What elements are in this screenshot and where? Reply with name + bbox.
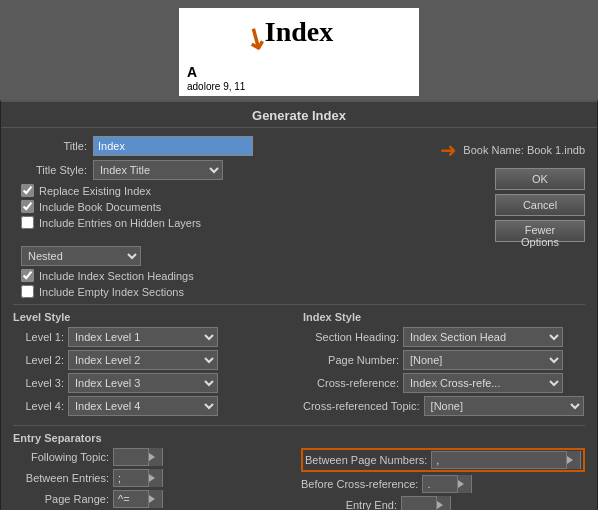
include-section-headings-checkbox[interactable] [21, 269, 34, 282]
dialog-title: Generate Index [1, 102, 597, 128]
cross-reference-select[interactable]: Index Cross-refe... [403, 373, 563, 393]
following-topic-arrow[interactable] [148, 448, 162, 466]
following-topic-label: Following Topic: [13, 451, 113, 463]
cross-referenced-topic-label: Cross-referenced Topic: [303, 400, 424, 412]
include-section-headings-row: Include Index Section Headings [13, 269, 585, 282]
page-range-arrow[interactable] [148, 490, 162, 508]
page-range-label: Page Range: [13, 493, 113, 505]
title-style-select[interactable]: Index Title Heading 1 Heading 2 [93, 160, 223, 180]
include-book-label: Include Book Documents [39, 201, 161, 213]
level3-row: Level 3: Index Level 3 [13, 373, 295, 393]
section-heading-row: Section Heading: Index Section Head [303, 327, 585, 347]
sep-two-col: Following Topic: Between Entries: ; [13, 448, 585, 510]
cross-reference-label: Cross-reference: [303, 377, 403, 389]
title-style-row: Title Style: Index Title Heading 1 Headi… [13, 160, 440, 180]
dialog-main: Title: Title Style: Index Title Heading … [13, 136, 585, 246]
replace-existing-label: Replace Existing Index [39, 185, 151, 197]
index-style-section: Index Style Section Heading: Index Secti… [303, 311, 585, 419]
before-cross-reference-label: Before Cross-reference: [301, 478, 422, 490]
book-name-label: Book Name: Book 1.indb [463, 144, 585, 156]
between-page-numbers-row: Between Page Numbers: , [301, 448, 585, 472]
nested-select[interactable]: Nested Run-in [21, 246, 141, 266]
page-range-row: Page Range: ^= [13, 490, 297, 508]
include-empty-sections-checkbox[interactable] [21, 285, 34, 298]
between-page-numbers-arrow[interactable] [566, 451, 580, 469]
doc-title: Index [195, 16, 403, 48]
page-range-input[interactable]: ^= [113, 490, 163, 508]
cross-reference-row: Cross-reference: Index Cross-refe... [303, 373, 585, 393]
ok-button[interactable]: OK [495, 168, 585, 190]
entry-end-row: Entry End: [301, 496, 585, 510]
before-cross-reference-input[interactable]: . [422, 475, 472, 493]
page-letter: A [187, 64, 197, 80]
entry-separators-section: Entry Separators Following Topic: Betwee… [13, 432, 585, 510]
title-row: Title: [13, 136, 440, 156]
include-hidden-label: Include Entries on Hidden Layers [39, 217, 201, 229]
level3-select[interactable]: Index Level 3 [68, 373, 218, 393]
before-cross-reference-value: . [423, 478, 457, 490]
title-label: Title: [13, 140, 93, 152]
page-number-select[interactable]: [None] [403, 350, 563, 370]
doc-page: ↘ Index A adolore 9, 11 [179, 8, 419, 96]
level2-select[interactable]: Index Level 2 [68, 350, 218, 370]
include-book-checkbox[interactable] [21, 200, 34, 213]
following-topic-input[interactable] [113, 448, 163, 466]
include-empty-sections-row: Include Empty Index Sections [13, 285, 585, 298]
level-style-title: Level Style [13, 311, 295, 323]
level1-row: Level 1: Index Level 1 [13, 327, 295, 347]
level2-label: Level 2: [13, 354, 68, 366]
level3-label: Level 3: [13, 377, 68, 389]
book-name-arrow-row: ➜ Book Name: Book 1.indb [440, 138, 585, 162]
section-heading-label: Section Heading: [303, 331, 403, 343]
between-page-numbers-label: Between Page Numbers: [305, 454, 431, 466]
level4-select[interactable]: Index Level 4 [68, 396, 218, 416]
entry-end-arrow[interactable] [436, 496, 450, 510]
section-heading-select[interactable]: Index Section Head [403, 327, 563, 347]
entry-end-input[interactable] [401, 496, 451, 510]
include-book-row: Include Book Documents [13, 200, 440, 213]
dialog-right: ➜ Book Name: Book 1.indb OK Cancel Fewer… [440, 136, 585, 246]
title-style-label: Title Style: [13, 164, 93, 176]
arrow-right-icon: ➜ [440, 138, 457, 162]
sep-right-col: Between Page Numbers: , Before Cross-ref… [301, 448, 585, 510]
between-entries-value: ; [114, 472, 148, 484]
level-style-section: Level Style Level 1: Index Level 1 Level… [13, 311, 295, 419]
before-cross-reference-row: Before Cross-reference: . [301, 475, 585, 493]
nested-row: Nested Run-in [13, 246, 585, 266]
generate-index-dialog: Generate Index Title: Title Style: Index… [0, 100, 598, 510]
sep-left-col: Following Topic: Between Entries: ; [13, 448, 297, 510]
document-preview: ↘ Index A adolore 9, 11 [0, 0, 598, 100]
between-page-numbers-input[interactable]: , [431, 451, 581, 469]
replace-existing-checkbox[interactable] [21, 184, 34, 197]
entry-end-label: Entry End: [301, 499, 401, 510]
page-number-label: Page Number: [303, 354, 403, 366]
include-hidden-row: Include Entries on Hidden Layers [13, 216, 440, 229]
dialog-body: Title: Title Style: Index Title Heading … [1, 128, 597, 510]
between-entries-label: Between Entries: [13, 472, 113, 484]
level1-select[interactable]: Index Level 1 [68, 327, 218, 347]
level4-label: Level 4: [13, 400, 68, 412]
between-entries-row: Between Entries: ; [13, 469, 297, 487]
title-input[interactable] [93, 136, 253, 156]
between-entries-arrow[interactable] [148, 469, 162, 487]
between-page-numbers-value: , [432, 454, 566, 466]
index-style-title: Index Style [303, 311, 585, 323]
entry-separators-title: Entry Separators [13, 432, 585, 444]
page-entry: adolore 9, 11 [187, 81, 245, 92]
include-empty-sections-label: Include Empty Index Sections [39, 286, 184, 298]
cross-referenced-topic-select[interactable]: [None] [424, 396, 584, 416]
level2-row: Level 2: Index Level 2 [13, 350, 295, 370]
following-topic-row: Following Topic: [13, 448, 297, 466]
page-range-value: ^= [114, 493, 148, 505]
cancel-button[interactable]: Cancel [495, 194, 585, 216]
between-entries-input[interactable]: ; [113, 469, 163, 487]
include-section-headings-label: Include Index Section Headings [39, 270, 194, 282]
level1-label: Level 1: [13, 331, 68, 343]
two-col-section: Level Style Level 1: Index Level 1 Level… [13, 311, 585, 419]
cross-referenced-topic-row: Cross-referenced Topic: [None] [303, 396, 585, 416]
fewer-options-button[interactable]: Fewer Options [495, 220, 585, 242]
replace-existing-row: Replace Existing Index [13, 184, 440, 197]
before-cross-reference-arrow[interactable] [457, 475, 471, 493]
dialog-left: Title: Title Style: Index Title Heading … [13, 136, 440, 246]
include-hidden-checkbox[interactable] [21, 216, 34, 229]
